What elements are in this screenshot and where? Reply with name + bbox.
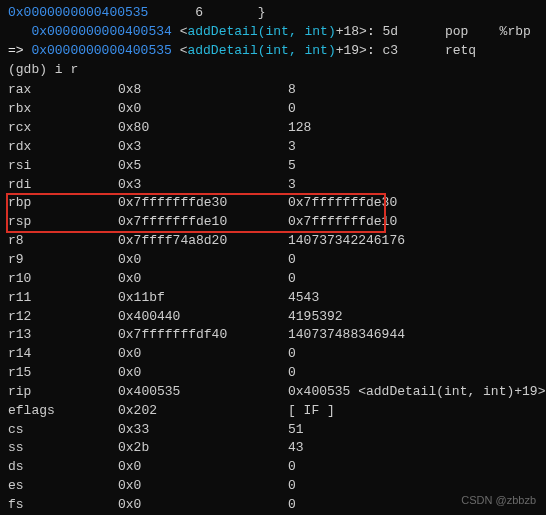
current-arrow: => [8, 43, 31, 58]
register-hex: 0x0 [118, 458, 288, 477]
register-hex: 0x2b [118, 439, 288, 458]
register-name: r13 [8, 326, 118, 345]
register-row: r140x00 [8, 345, 538, 364]
register-dec: 0 [288, 345, 538, 364]
register-name: r10 [8, 270, 118, 289]
register-dec: 43 [288, 439, 538, 458]
register-hex: 0x202 [118, 402, 288, 421]
register-name: es [8, 477, 118, 496]
register-row: r130x7fffffffdf40140737488346944 [8, 326, 538, 345]
register-hex: 0x7fffffffdf40 [118, 326, 288, 345]
register-name: rsi [8, 157, 118, 176]
source-lineno: 6 [195, 5, 203, 20]
register-name: rsp [8, 213, 118, 232]
register-row: rip0x4005350x400535 <addDetail(int, int)… [8, 383, 538, 402]
instr-addr: 0x0000000000400535 [31, 43, 171, 58]
register-hex: 0x0 [118, 345, 288, 364]
register-table: rax0x88rbx0x00rcx0x80128rdx0x33rsi0x55rd… [8, 81, 538, 515]
register-row: rsi0x55 [8, 157, 538, 176]
source-brace: } [258, 5, 266, 20]
register-hex: 0x0 [118, 477, 288, 496]
register-name: rbp [8, 194, 118, 213]
register-name: eflags [8, 402, 118, 421]
register-hex: 0x80 [118, 119, 288, 138]
register-name: r14 [8, 345, 118, 364]
register-dec: 140737342246176 [288, 232, 538, 251]
register-row: rdx0x33 [8, 138, 538, 157]
disasm-line-1: 0x0000000000400534 <addDetail(int, int)+… [8, 23, 538, 42]
register-row: rbp0x7fffffffde300x7fffffffde30 [8, 194, 538, 213]
register-row: rsp0x7fffffffde100x7fffffffde10 [8, 213, 538, 232]
register-row: r80x7ffff74a8d20140737342246176 [8, 232, 538, 251]
register-dec: 0x400535 <addDetail(int, int)+19> [288, 383, 545, 402]
register-dec: 5 [288, 157, 538, 176]
register-hex: 0x0 [118, 251, 288, 270]
register-row: r120x4004404195392 [8, 308, 538, 327]
disasm-source-line: 0x0000000000400535 6 } [8, 4, 538, 23]
register-hex: 0x11bf [118, 289, 288, 308]
source-addr: 0x0000000000400535 [8, 5, 148, 20]
register-row: eflags0x202[ IF ] [8, 402, 538, 421]
register-name: r12 [8, 308, 118, 327]
watermark: CSDN @zbbzb [461, 493, 536, 509]
register-hex: 0x7fffffffde30 [118, 194, 288, 213]
register-dec: 0 [288, 364, 538, 383]
instr-hex: 5d [383, 24, 399, 39]
register-row: rax0x88 [8, 81, 538, 100]
register-name: r9 [8, 251, 118, 270]
register-name: fs [8, 496, 118, 515]
register-dec: 0 [288, 251, 538, 270]
register-dec: [ IF ] [288, 402, 538, 421]
register-hex: 0x8 [118, 81, 288, 100]
disasm-line-2-current: => 0x0000000000400535 <addDetail(int, in… [8, 42, 538, 61]
register-row: fs0x00 [8, 496, 538, 515]
gdb-prompt[interactable]: (gdb) i r [8, 61, 538, 80]
instr-hex: c3 [383, 43, 399, 58]
register-hex: 0x400440 [118, 308, 288, 327]
register-name: r15 [8, 364, 118, 383]
func-name: addDetail(int, int) [187, 24, 335, 39]
register-name: rcx [8, 119, 118, 138]
register-row: r110x11bf4543 [8, 289, 538, 308]
register-dec: 128 [288, 119, 538, 138]
register-hex: 0x0 [118, 364, 288, 383]
register-row: cs0x3351 [8, 421, 538, 440]
register-row: rbx0x00 [8, 100, 538, 119]
register-row: rdi0x33 [8, 176, 538, 195]
register-hex: 0x7ffff74a8d20 [118, 232, 288, 251]
register-dec: 0 [288, 100, 538, 119]
register-row: ss0x2b43 [8, 439, 538, 458]
register-name: rax [8, 81, 118, 100]
func-name: addDetail(int, int) [187, 43, 335, 58]
register-dec: 3 [288, 176, 538, 195]
register-hex: 0x7fffffffde10 [118, 213, 288, 232]
register-row: rcx0x80128 [8, 119, 538, 138]
instr-addr: 0x0000000000400534 [31, 24, 171, 39]
register-name: ss [8, 439, 118, 458]
register-dec: 0x7fffffffde10 [288, 213, 538, 232]
register-row: r90x00 [8, 251, 538, 270]
register-name: rip [8, 383, 118, 402]
register-hex: 0x5 [118, 157, 288, 176]
register-hex: 0x0 [118, 496, 288, 515]
register-dec: 140737488346944 [288, 326, 538, 345]
register-hex: 0x0 [118, 270, 288, 289]
register-dec: 0 [288, 270, 538, 289]
operand: %rbp [500, 24, 531, 39]
register-dec: 3 [288, 138, 538, 157]
mnemonic: retq [445, 43, 476, 58]
register-hex: 0x400535 [118, 383, 288, 402]
register-dec: 8 [288, 81, 538, 100]
register-dec: 4543 [288, 289, 538, 308]
register-dec: 4195392 [288, 308, 538, 327]
register-name: r11 [8, 289, 118, 308]
register-row: ds0x00 [8, 458, 538, 477]
register-hex: 0x0 [118, 100, 288, 119]
register-name: rdi [8, 176, 118, 195]
register-name: cs [8, 421, 118, 440]
register-row: r100x00 [8, 270, 538, 289]
register-hex: 0x3 [118, 176, 288, 195]
register-name: rbx [8, 100, 118, 119]
register-name: ds [8, 458, 118, 477]
register-hex: 0x3 [118, 138, 288, 157]
